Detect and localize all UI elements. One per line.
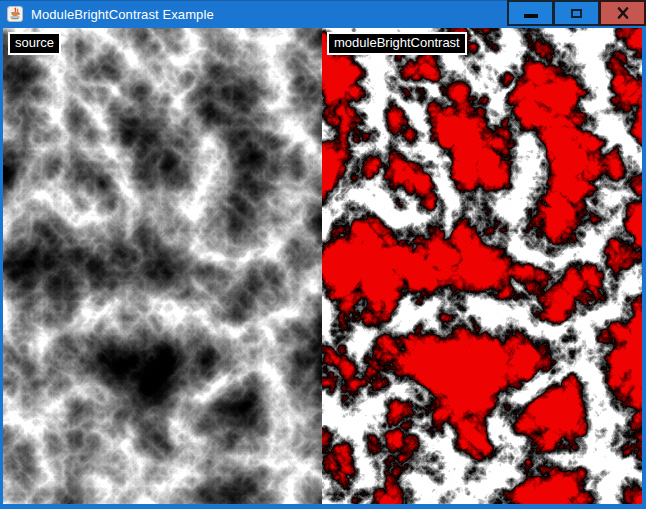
client-area: source moduleBrightContrast xyxy=(3,28,642,504)
panel-module: moduleBrightContrast xyxy=(322,28,642,504)
panel-source: source xyxy=(3,28,322,504)
app-window: ModuleBrightContrast Example source modu… xyxy=(0,0,646,509)
minimize-icon xyxy=(524,14,538,18)
java-coffee-cup-icon xyxy=(7,6,23,22)
source-noise-image xyxy=(3,28,322,504)
window-controls xyxy=(507,0,646,26)
close-button[interactable] xyxy=(599,0,646,26)
source-label: source xyxy=(8,32,61,55)
module-label: moduleBrightContrast xyxy=(327,32,467,55)
maximize-button[interactable] xyxy=(553,0,600,26)
maximize-icon xyxy=(571,9,582,18)
title-bar[interactable]: ModuleBrightContrast Example xyxy=(0,0,646,28)
close-icon xyxy=(617,7,629,19)
window-title: ModuleBrightContrast Example xyxy=(31,7,214,22)
minimize-button[interactable] xyxy=(507,0,554,26)
module-bright-contrast-image xyxy=(322,28,642,504)
